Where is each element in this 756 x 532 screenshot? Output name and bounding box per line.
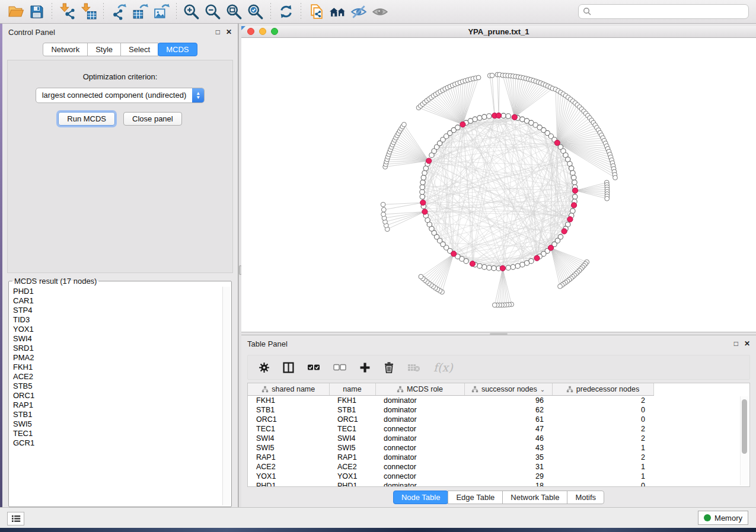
- network-view-panel: YPA_prune.txt_1: [241, 26, 756, 332]
- memory-button[interactable]: Memory: [698, 511, 748, 525]
- mcds-result-item[interactable]: SWI4: [10, 334, 230, 344]
- minimize-window-icon[interactable]: [259, 28, 266, 35]
- column-view-icon[interactable]: [283, 362, 294, 373]
- table-scrollbar[interactable]: [740, 396, 748, 485]
- table-cell: FKH1: [329, 396, 375, 406]
- mcds-result-item[interactable]: SWI5: [10, 419, 230, 429]
- table-scrollbar-thumb[interactable]: [742, 399, 747, 454]
- mcds-result-item[interactable]: SRD1: [10, 344, 230, 353]
- mcds-result-item[interactable]: TID3: [10, 315, 230, 325]
- mcds-result-item[interactable]: CAR1: [10, 296, 230, 306]
- table-cell: ORC1: [329, 415, 375, 424]
- attribute-icon: [471, 386, 479, 393]
- table-row[interactable]: TEC1TEC1connector472: [248, 424, 653, 434]
- table-row[interactable]: PHD1PHD1dominator180: [248, 481, 653, 487]
- table-cell: 1: [552, 462, 653, 472]
- mcds-result-item[interactable]: STB1: [10, 410, 230, 419]
- delete-row-icon[interactable]: [384, 362, 394, 373]
- save-session-icon[interactable]: [26, 2, 47, 22]
- first-neighbors-icon[interactable]: [327, 2, 348, 22]
- zoom-in-icon[interactable]: [181, 2, 202, 22]
- column-header-name[interactable]: name: [329, 383, 375, 396]
- open-session-icon[interactable]: [5, 2, 26, 22]
- import-table-icon[interactable]: [78, 2, 99, 22]
- table-row[interactable]: SWI5SWI5connector431: [248, 443, 653, 453]
- mcds-result-item[interactable]: YOX1: [10, 325, 230, 334]
- table-settings-icon[interactable]: [259, 362, 270, 373]
- table-cell: 96: [464, 396, 552, 406]
- tab-mcds[interactable]: MCDS: [158, 43, 197, 56]
- mcds-result-item[interactable]: STP4: [10, 306, 230, 315]
- control-panel-titlebar: Control Panel □ ✕: [2, 24, 238, 39]
- select-all-icon[interactable]: [307, 363, 320, 371]
- table-row[interactable]: ORC1ORC1dominator610: [248, 415, 653, 424]
- table-row[interactable]: STB1STB1dominator620: [248, 405, 653, 415]
- tab-network-table[interactable]: Network Table: [502, 491, 567, 504]
- mcds-result-item[interactable]: TEC1: [10, 429, 230, 438]
- table-cell: 18: [464, 481, 552, 487]
- network-canvas[interactable]: [241, 38, 756, 332]
- control-panel-tabs: NetworkStyleSelectMCDS: [2, 43, 238, 56]
- active-frame-corner: [241, 26, 245, 30]
- tab-select[interactable]: Select: [120, 43, 158, 56]
- tab-edge-table[interactable]: Edge Table: [448, 491, 503, 504]
- export-table-icon[interactable]: [129, 2, 151, 22]
- tab-network[interactable]: Network: [43, 43, 88, 56]
- hide-selected-icon[interactable]: [348, 2, 369, 22]
- network-title: YPA_prune.txt_1: [468, 27, 529, 36]
- run-mcds-button[interactable]: Run MCDS: [58, 112, 115, 126]
- table-row[interactable]: RAP1RAP1dominator352: [248, 453, 653, 462]
- mcds-result-item[interactable]: PMA2: [10, 353, 230, 363]
- zoom-out-icon[interactable]: [202, 2, 224, 22]
- zoom-fit-icon[interactable]: [224, 2, 245, 22]
- mcds-result-list[interactable]: PHD1CAR1STP4TID3YOX1SWI4SRD1PMA2FKH1ACE2…: [10, 287, 230, 505]
- horizontal-splitter-handle[interactable]: [490, 333, 508, 335]
- mcds-result-item[interactable]: ACE2: [10, 372, 230, 382]
- import-network-icon[interactable]: [56, 2, 78, 22]
- column-header-MCDS-role[interactable]: MCDS role: [375, 383, 464, 396]
- table-cell: YOX1: [248, 472, 329, 481]
- tab-motifs[interactable]: Motifs: [567, 491, 604, 504]
- tab-style[interactable]: Style: [87, 43, 121, 56]
- table-cell: 62: [464, 405, 552, 415]
- clone-network-icon[interactable]: [305, 2, 327, 22]
- tab-node-table[interactable]: Node Table: [393, 491, 449, 504]
- mcds-result-item[interactable]: FKH1: [10, 363, 230, 372]
- search-input[interactable]: [578, 4, 749, 19]
- zoom-selected-icon[interactable]: [245, 2, 266, 22]
- table-cell: ACE2: [248, 462, 329, 472]
- network-window-titlebar[interactable]: YPA_prune.txt_1: [241, 26, 756, 38]
- mcds-result-item[interactable]: PHD1: [10, 287, 230, 296]
- mcds-list-scrollbar[interactable]: [222, 287, 230, 505]
- add-row-icon[interactable]: [359, 362, 371, 373]
- close-table-panel-icon[interactable]: ✕: [744, 340, 750, 347]
- table-panel-title: Table Panel: [247, 339, 288, 348]
- optimization-criterion-select[interactable]: largest connected component (undirected)…: [36, 88, 205, 103]
- table-row[interactable]: ACE2ACE2connector311: [248, 462, 653, 472]
- task-history-button[interactable]: [7, 512, 24, 525]
- table-row[interactable]: YOX1YOX1connector291: [248, 472, 653, 481]
- deselect-all-icon[interactable]: [333, 363, 346, 371]
- table-row[interactable]: SWI4SWI4dominator462: [248, 434, 653, 443]
- mcds-result-item[interactable]: RAP1: [10, 400, 230, 410]
- toolbar-separator: [52, 3, 52, 21]
- table-cell: RAP1: [248, 453, 329, 462]
- table-row[interactable]: FKH1FKH1dominator962: [248, 396, 653, 406]
- mcds-result-item[interactable]: GCR1: [10, 438, 230, 448]
- show-all-icon[interactable]: [369, 2, 391, 22]
- export-network-icon[interactable]: [108, 2, 129, 22]
- export-image-icon[interactable]: [151, 2, 172, 22]
- float-panel-icon[interactable]: □: [216, 28, 220, 36]
- column-header-predecessor-nodes[interactable]: predecessor nodes: [552, 383, 653, 396]
- column-header-shared-name[interactable]: shared name: [248, 383, 329, 396]
- maximize-window-icon[interactable]: [271, 28, 278, 35]
- column-header-successor-nodes[interactable]: successor nodes⌄: [464, 383, 552, 396]
- close-window-icon[interactable]: [247, 28, 254, 35]
- mcds-result-item[interactable]: ORC1: [10, 391, 230, 400]
- mcds-result-item[interactable]: STB5: [10, 382, 230, 391]
- table-cell: dominator: [375, 481, 464, 487]
- close-panel-icon[interactable]: ✕: [226, 28, 232, 36]
- float-table-panel-icon[interactable]: □: [734, 340, 738, 347]
- refresh-layout-icon[interactable]: [275, 2, 296, 22]
- close-panel-button[interactable]: Close panel: [123, 112, 182, 126]
